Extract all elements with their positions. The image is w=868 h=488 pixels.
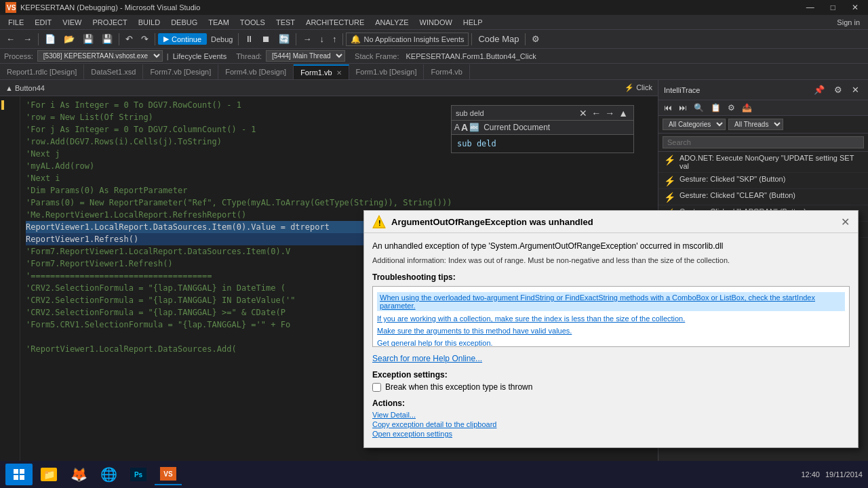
menu-test[interactable]: TEST [271,17,300,28]
pause-button[interactable]: ⏸ [241,32,257,46]
stop-button[interactable]: ⏹ [258,32,274,46]
tip-3[interactable]: Make sure the arguments to this method h… [377,325,845,337]
lifecycle-events-label[interactable]: Lifecycle Events [173,52,226,60]
play-icon: ▶ [163,35,169,43]
intellitrace-close[interactable]: ✕ [848,83,863,97]
exception-tips-list[interactable]: When using the overloaded two-argument F… [372,286,850,347]
menu-window[interactable]: WINDOW [414,17,458,28]
intellitrace-event-3[interactable]: ⚡ Gesture: Clicked "CLEAR" (Button) [658,189,868,205]
it-btn-3[interactable]: 🔍 [691,102,707,114]
continue-button[interactable]: ▶ Continue [158,33,207,45]
intellitrace-pin[interactable]: 📌 [810,83,828,97]
thread-dropdown[interactable]: [5444] Main Thread [266,50,345,62]
svg-rect-4 [14,469,18,474]
exception-checkbox[interactable] [372,383,381,392]
action-view-detail[interactable]: View Detail... [372,411,850,419]
taskbar-chrome[interactable]: 🌐 [95,464,122,485]
minimize-button[interactable]: — [802,3,818,12]
categories-filter[interactable]: All Categories [663,119,726,130]
menu-edit[interactable]: EDIT [29,17,57,28]
menu-tools[interactable]: TOOLS [235,17,271,28]
process-bar: Process: [5308] KEPESERTAAN.vshost.exe |… [0,49,868,64]
it-btn-2[interactable]: ⏭ [676,102,690,114]
intellitrace-event-1[interactable]: ⚡ ADO.NET: Execute NonQuery "UPDATE sett… [658,152,868,173]
threads-filter[interactable]: All Threads [728,119,783,130]
code-map-button[interactable]: Code Map [475,32,522,46]
lightning-icon-2: ⚡ [664,176,675,186]
tab-form7-design[interactable]: Form7.vb [Design] [143,64,218,79]
menu-build[interactable]: BUILD [133,17,165,28]
back-button[interactable]: ← [3,32,18,46]
tip-4[interactable]: Get general help for this exception. [377,337,845,347]
taskbar-photoshop[interactable]: Ps [125,464,152,485]
tab-bar: Report1.rdlc [Design] DataSet1.xsd Form7… [0,64,868,80]
sub-editor-forward[interactable]: → [604,108,616,119]
menu-architecture[interactable]: ARCHITECTURE [300,17,370,28]
tab-form4-design[interactable]: Form4.vb [Design] [218,64,294,79]
title-bar-controls: — □ ✕ [802,3,863,12]
taskbar-explorer[interactable]: 📁 [35,464,62,485]
menu-debug[interactable]: DEBUG [165,17,203,28]
sign-in-button[interactable]: Sign in [831,17,865,28]
tip-link-4[interactable]: Get general help for this exception. [377,339,493,347]
menu-analyze[interactable]: ANALYZE [370,17,414,28]
process-dropdown[interactable]: [5308] KEPESERTAAN.vshost.exe [37,50,163,62]
close-button[interactable]: ✕ [848,3,863,12]
tip-1[interactable]: When using the overloaded two-argument F… [377,291,845,312]
sub-editor-pin[interactable]: ▲ [617,108,629,119]
it-btn-4[interactable]: 📋 [708,102,724,114]
redo-button[interactable]: ↷ [138,32,152,46]
tab-form1-design[interactable]: Form1.vb [Design] [349,64,425,79]
intellitrace-search-input[interactable] [663,136,864,148]
tab-form4-vb[interactable]: Form4.vb [424,64,469,79]
it-event-text-1: ADO.NET: Execute NonQuery "UPDATE settin… [679,154,863,170]
intellitrace-event-2[interactable]: ⚡ Gesture: Clicked "SKP" (Button) [658,173,868,189]
menu-view[interactable]: VIEW [57,17,87,28]
it-btn-1[interactable]: ⏮ [661,102,675,114]
taskbar-firefox[interactable]: 🦊 [65,464,92,485]
stack-frame-label: Stack Frame: [355,52,399,60]
tip-2[interactable]: If you are working with a collection, ma… [377,312,845,325]
maximize-button[interactable]: □ [827,3,840,12]
new-file-button[interactable]: 📄 [41,32,59,46]
undo-button[interactable]: ↶ [122,32,136,46]
insights-button[interactable]: 🔔 No Application Insights Events [346,33,469,46]
tab-report1-rdlc[interactable]: Report1.rdlc [Design] [0,64,84,79]
start-button[interactable] [5,464,33,485]
toolbar-separator-1 [38,33,39,45]
intellitrace-settings[interactable]: ⚙ [831,83,846,97]
open-button[interactable]: 📂 [60,32,78,46]
it-btn-6[interactable]: 📤 [739,102,755,114]
sub-editor-font-toggle[interactable]: 🔤 [469,123,479,132]
tab-form1-vb[interactable]: Form1.vb ✕ [294,64,349,79]
sub-editor-font-size[interactable]: A [454,123,460,132]
sub-editor-scope-label: Current Document [484,123,550,132]
it-btn-5[interactable]: ⚙ [725,102,738,114]
exception-close-button[interactable]: ✕ [841,216,850,228]
menu-file[interactable]: FILE [3,17,29,28]
tip-link-1[interactable]: When using the overloaded two-argument F… [377,292,845,311]
save-all-button[interactable]: 💾 [98,32,116,46]
step-over-button[interactable]: → [299,32,315,46]
settings-button[interactable]: ⚙ [528,32,543,46]
action-copy-detail[interactable]: Copy exception detail to the clipboard [372,420,850,428]
menu-help[interactable]: HELP [458,17,488,28]
tab-form1-vb-close[interactable]: ✕ [336,69,342,77]
forward-button[interactable]: → [20,32,35,46]
menu-team[interactable]: TEAM [203,17,235,28]
taskbar-vs[interactable]: VS [155,464,182,485]
action-open-settings[interactable]: Open exception settings [372,430,850,438]
step-into-button[interactable]: ↓ [316,32,328,46]
sub-editor-font-bold[interactable]: A [461,122,468,133]
exception-search-link[interactable]: Search for more Help Online... [372,354,850,363]
toolbar-separator-3 [155,33,155,45]
restart-button[interactable]: 🔄 [275,32,293,46]
tip-link-3[interactable]: Make sure the arguments to this method h… [377,327,572,335]
menu-project[interactable]: PROJECT [87,17,132,28]
sub-editor-back[interactable]: ← [590,108,602,119]
tip-link-2[interactable]: If you are working with a collection, ma… [377,314,685,323]
step-out-button[interactable]: ↑ [329,32,340,46]
save-button[interactable]: 💾 [79,32,97,46]
tab-dataset1[interactable]: DataSet1.xsd [84,64,143,79]
sub-editor-close[interactable]: ✕ [578,108,589,119]
